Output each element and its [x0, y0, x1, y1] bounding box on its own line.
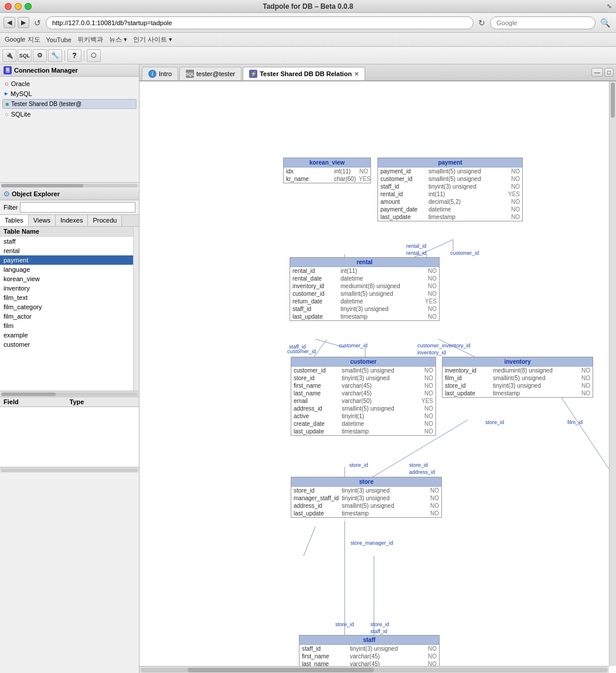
bookmark-wikipedia[interactable]: 위키백과: [77, 35, 103, 44]
table-item-korean-view[interactable]: korean_view: [0, 274, 139, 283]
fields-header: Field Type: [0, 397, 139, 407]
plugin-button[interactable]: ⬡: [87, 49, 101, 62]
tree-item-oracle[interactable]: ○ Oracle: [2, 79, 137, 88]
table-item-language[interactable]: language: [0, 265, 139, 274]
table-item-customer[interactable]: customer: [0, 340, 139, 349]
table-list-hscroll[interactable]: [0, 391, 139, 397]
staff-header: staff: [300, 636, 439, 645]
bookmark-news[interactable]: 뉴스 ▾: [109, 35, 127, 44]
payment-row-staff-id: staff_id tinyint(3) unsigned NO: [378, 183, 522, 190]
resize-icon[interactable]: ⤡: [607, 3, 611, 9]
address-bar[interactable]: [46, 16, 474, 29]
customer-row-customer-id: customer_id smallint(5) unsigned NO: [291, 367, 435, 374]
db-table-store[interactable]: store store_id tinyint(3) unsigned NO ma…: [291, 477, 442, 518]
tree-item-sqlite[interactable]: ○ SQLite: [2, 110, 137, 119]
table-item-film-category[interactable]: film_category: [0, 302, 139, 312]
refresh-button[interactable]: ↺: [32, 17, 43, 29]
sqlite-label: SQLite: [11, 111, 31, 118]
forward-button[interactable]: ▶: [18, 17, 29, 28]
tab-dbrelation[interactable]: ⚡ Tester Shared DB DB Relation ✕: [243, 67, 365, 80]
dbrelation-tab-close[interactable]: ✕: [354, 71, 359, 77]
rental-header: rental: [290, 258, 439, 267]
reload-button[interactable]: ↻: [476, 17, 488, 29]
dbrelation-tab-label: Tester Shared DB DB Relation: [260, 70, 352, 77]
rel-label-store-id-1: store_id: [349, 462, 368, 468]
table-item-staff[interactable]: staff: [0, 237, 139, 246]
sql-tab-label: tester@tester: [196, 70, 235, 77]
vscroll-thumb[interactable]: [611, 83, 615, 118]
customer-row-last-update: last_update timestamp NO: [291, 428, 435, 435]
rel-label-address-id: address_id: [409, 469, 435, 475]
table-item-film-actor[interactable]: film_actor: [0, 312, 139, 321]
diagram-hscroll[interactable]: [139, 666, 609, 673]
db-table-customer[interactable]: customer customer_id smallint(5) unsigne…: [291, 357, 436, 436]
new-connection-button[interactable]: 🔌: [2, 49, 16, 62]
maximize-button[interactable]: [25, 3, 32, 10]
back-button[interactable]: ◀: [4, 17, 15, 28]
bookmark-google-maps[interactable]: Google 지도: [5, 35, 40, 44]
table-item-example[interactable]: example: [0, 330, 139, 340]
connection-manager-header: 🗄 Connection Manager: [0, 64, 139, 77]
title-bar: Tadpole for DB – Beta 0.0.8 ⤡: [0, 0, 616, 13]
rel-label-film-id: film_id: [567, 419, 583, 425]
search-bar[interactable]: [490, 16, 595, 29]
inventory-header: inventory: [443, 357, 593, 367]
table-name-header: Table Name: [0, 227, 139, 237]
inventory-row-inventory-id: inventory_id mediumint(8) unsigned NO: [443, 367, 593, 374]
diagram-vscroll[interactable]: [609, 81, 616, 666]
db-table-inventory[interactable]: inventory inventory_id mediumint(8) unsi…: [442, 357, 593, 398]
inventory-row-store-id: store_id tinyint(3) unsigned NO: [443, 382, 593, 390]
fields-hscroll[interactable]: [0, 467, 139, 473]
tab-procedures[interactable]: Procedu: [88, 215, 122, 226]
rental-row-rental-date: rental_date datetime NO: [290, 275, 439, 282]
bookmark-youtube[interactable]: YouTube: [46, 36, 72, 43]
search-icon[interactable]: 🔍: [598, 17, 612, 29]
payment-row-amount: amount decimal(5,2) NO: [378, 198, 522, 206]
rel-label-customer-id-1: customer_id: [450, 250, 479, 256]
table-item-film-text[interactable]: film_text: [0, 293, 139, 302]
wrench-button[interactable]: 🔧: [48, 49, 62, 62]
tab-intro[interactable]: i Intro: [142, 67, 178, 80]
connection-manager-icon: 🗄: [4, 66, 12, 74]
oracle-icon: ○: [5, 80, 9, 87]
tab-sql[interactable]: SQL tester@tester: [179, 67, 241, 80]
tree-item-mysql[interactable]: ▸ MySQL: [2, 88, 137, 98]
window-controls[interactable]: [5, 3, 32, 10]
tree-item-tester-shared[interactable]: ■ Tester Shared DB (tester@: [2, 99, 137, 109]
tab-tables[interactable]: Tables: [0, 215, 29, 226]
customer-row-active: active tinyint(1) NO: [291, 412, 435, 420]
help-button[interactable]: ?: [67, 49, 81, 62]
toolbar: 🔌 SQL ⚙ 🔧 ? ⬡: [0, 47, 616, 64]
table-item-film[interactable]: film: [0, 321, 139, 330]
db-table-rental[interactable]: rental rental_id int(11) NO rental_date …: [290, 257, 440, 321]
table-item-rental[interactable]: rental: [0, 246, 139, 255]
rental-row-staff-id: staff_id tinyint(3) unsigned NO: [290, 305, 439, 313]
close-button[interactable]: [5, 3, 12, 10]
dbrelation-tab-icon: ⚡: [249, 70, 257, 78]
tab-restore[interactable]: □: [604, 68, 614, 77]
schema-button[interactable]: ⚙: [33, 49, 47, 62]
table-item-payment[interactable]: payment: [0, 255, 139, 265]
tab-indexes[interactable]: Indexes: [56, 215, 89, 226]
minimize-button[interactable]: [15, 3, 22, 10]
hscroll-thumb[interactable]: [188, 668, 375, 672]
sql-button[interactable]: SQL: [18, 49, 32, 62]
customer-row-address-id: address_id smallint(5) unsigned NO: [291, 405, 435, 412]
bookmark-popular[interactable]: 인기 사이트 ▾: [133, 35, 172, 44]
tab-minimize[interactable]: —: [591, 68, 603, 77]
object-explorer-header: ⊙ Object Explorer: [0, 188, 139, 200]
table-list-vscroll[interactable]: [133, 227, 139, 391]
db-table-payment[interactable]: payment payment_id smallint(5) unsigned …: [377, 158, 523, 221]
table-item-inventory[interactable]: inventory: [0, 283, 139, 293]
filter-input[interactable]: [20, 202, 135, 213]
payment-header: payment: [378, 158, 522, 168]
left-tree-hscroll[interactable]: [0, 182, 139, 188]
db-table-korean-view[interactable]: korean_view idx int(11) NO kr_name char(…: [283, 158, 371, 183]
korean-view-row-krname: kr_name char(60) YES: [284, 175, 370, 183]
right-panel: i Intro SQL tester@tester ⚡ Tester Share…: [139, 64, 616, 673]
hscroll-track[interactable]: [141, 668, 608, 672]
mysql-label: MySQL: [11, 90, 32, 97]
tab-views[interactable]: Views: [29, 215, 56, 226]
rel-label-customer-inventory: customer_inventory_id: [417, 343, 471, 349]
rel-label-staff-id-1: staff_id: [289, 344, 306, 350]
